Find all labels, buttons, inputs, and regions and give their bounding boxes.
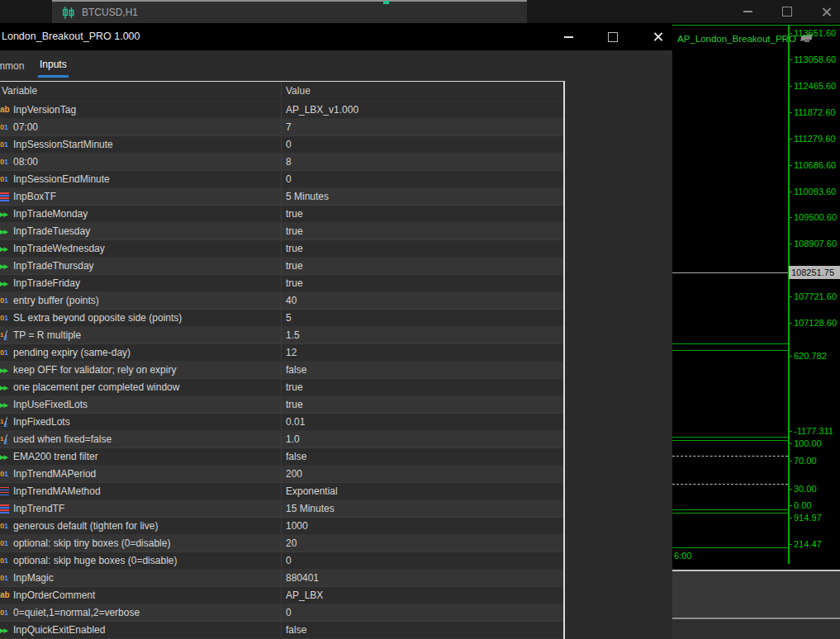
parameter-row[interactable]: keep OFF for validator; rely on expiry f… xyxy=(0,362,563,379)
parameter-type-icon xyxy=(0,105,12,115)
parameter-value[interactable]: 15 Minutes xyxy=(281,500,563,517)
axis-tick-icon xyxy=(788,86,792,87)
parameter-name: 08:00 xyxy=(13,156,38,168)
parameter-value[interactable]: 5 Minutes xyxy=(281,188,563,205)
parameter-value[interactable]: false xyxy=(281,448,563,465)
parameter-row[interactable]: 07:00 7 xyxy=(0,119,563,136)
scale-tick-label: 109500.60 xyxy=(788,212,837,222)
parameter-row[interactable]: 0=quiet,1=normal,2=verbose 0 xyxy=(0,604,563,622)
parameter-row[interactable]: InpTrendMAMethod Exponential xyxy=(0,483,563,500)
parameter-value[interactable]: Exponential xyxy=(281,483,563,499)
parameter-value[interactable]: true xyxy=(281,258,563,274)
parameter-row[interactable]: InpTradeTuesday true xyxy=(0,223,563,240)
parameter-value[interactable]: 1000 xyxy=(281,518,563,534)
parameter-row[interactable]: optional: skip huge boxes (0=disable) 0 xyxy=(0,552,563,570)
parameter-value[interactable]: AP_LBX_v1.000 xyxy=(281,102,563,118)
parameter-value[interactable]: 20 xyxy=(281,535,563,551)
dialog-minimize-icon[interactable] xyxy=(564,36,573,38)
dialog-close-icon[interactable] xyxy=(653,31,663,42)
parameter-name: SL extra beyond opposite side (points) xyxy=(13,312,182,324)
parameter-value[interactable]: 200 xyxy=(281,466,563,482)
parameter-value[interactable]: false xyxy=(281,622,563,638)
time-axis-label: 6:00 xyxy=(674,551,691,561)
parameter-value[interactable]: true xyxy=(281,206,563,222)
parameter-type-icon xyxy=(0,538,12,548)
panel-divider-top[interactable] xyxy=(672,570,840,571)
parameter-value[interactable]: 8 xyxy=(281,154,563,170)
parameter-row[interactable]: one placement per completed window true xyxy=(0,379,563,396)
parameter-row[interactable]: InpSessionStartMinute 0 xyxy=(0,136,563,154)
parameter-value[interactable]: 0 xyxy=(281,136,563,153)
parameter-name: InpBoxTF xyxy=(13,191,56,202)
parameter-row[interactable]: pending expiry (same-day) 12 xyxy=(0,344,563,362)
parameter-value[interactable]: 0 xyxy=(281,552,563,569)
chart-window-tab[interactable]: BTCUSD,H1 xyxy=(52,0,527,23)
parameter-row[interactable]: InpMagic 880401 xyxy=(0,570,563,587)
dialog-tab-bar: mmon Inputs xyxy=(0,50,672,81)
parameter-name: InpSessionStartMinute xyxy=(13,139,113,150)
parameter-value[interactable]: 7 xyxy=(281,119,563,135)
parameter-row[interactable]: InpFixedLots 0.01 xyxy=(0,414,563,431)
tab-inputs[interactable]: Inputs xyxy=(38,54,69,78)
parameter-value[interactable]: AP_LBX xyxy=(281,587,563,604)
parameter-type-icon xyxy=(0,590,12,600)
scale-tick-label: 0.00 xyxy=(788,500,811,510)
parameter-row[interactable]: InpSessionEndMinute 0 xyxy=(0,171,563,188)
parameter-row[interactable]: SL extra beyond opposite side (points) 5 xyxy=(0,310,563,327)
parameter-value[interactable]: 1.0 xyxy=(281,431,563,447)
ea-settings-dialog: London_Breakout_PRO 1.000 mmon Inputs Va… xyxy=(0,23,672,639)
parameter-value[interactable]: 0.01 xyxy=(281,414,563,430)
parameter-value[interactable]: 1.5 xyxy=(281,327,563,343)
parameter-row[interactable]: TP = R multiple 1.5 xyxy=(0,327,563,344)
parameter-value[interactable]: 5 xyxy=(281,310,563,326)
parameter-row[interactable]: InpTradeMonday true xyxy=(0,206,563,223)
parameter-row[interactable]: InpVersionTag AP_LBX_v1.000 xyxy=(0,102,563,119)
parameter-row[interactable]: InpQuickExitEnabled false xyxy=(0,622,563,639)
scale-tick-label: 110686.60 xyxy=(788,160,836,170)
parameter-row[interactable]: InpOrderComment AP_LBX xyxy=(0,587,563,604)
parameter-type-icon xyxy=(0,469,12,479)
parameter-row[interactable]: InpTradeWednesday true xyxy=(0,240,563,258)
parameter-value[interactable]: 880401 xyxy=(281,570,563,586)
parameter-row[interactable]: InpUseFixedLots true xyxy=(0,396,563,414)
parameter-value[interactable]: true xyxy=(281,223,563,239)
tab-common[interactable]: mmon xyxy=(0,55,28,77)
parameter-row[interactable]: used when fixed=false 1.0 xyxy=(0,431,563,448)
parameter-value[interactable]: true xyxy=(281,396,563,413)
parameter-name: optional: skip tiny boxes (0=disable) xyxy=(13,537,170,549)
minimize-window-icon[interactable] xyxy=(743,11,752,12)
parameter-row[interactable]: InpTradeThursday true xyxy=(0,258,563,275)
parameter-row[interactable]: 08:00 8 xyxy=(0,154,563,171)
parameter-row[interactable]: InpTrendTF 15 Minutes xyxy=(0,500,563,518)
parameter-value[interactable]: 0 xyxy=(281,604,563,621)
dialog-maximize-icon[interactable] xyxy=(608,32,618,42)
maximize-window-icon[interactable] xyxy=(782,7,792,17)
dialog-titlebar[interactable]: London_Breakout_PRO 1.000 xyxy=(0,23,672,50)
app-titlebar: BTCUSD,H1 xyxy=(0,0,840,23)
parameter-row[interactable]: InpBoxTF 5 Minutes xyxy=(0,188,563,206)
current-price-badge: 108251.75 xyxy=(789,266,840,279)
price-scale[interactable]: 113651.60 113058.60 112465.60 111872.60 … xyxy=(672,23,840,570)
parameter-value[interactable]: true xyxy=(281,379,563,395)
parameter-type-icon xyxy=(0,504,9,514)
parameter-value[interactable]: 40 xyxy=(281,292,563,309)
parameter-row[interactable]: EMA200 trend filter false xyxy=(0,448,563,466)
parameter-value[interactable]: 12 xyxy=(281,344,563,361)
parameter-row[interactable]: InpTrendMAPeriod 200 xyxy=(0,466,563,483)
parameter-row[interactable]: InpTradeFriday true xyxy=(0,275,563,292)
parameter-value[interactable]: 0 xyxy=(281,171,563,187)
close-window-icon[interactable] xyxy=(821,7,832,17)
parameter-type-icon xyxy=(0,556,12,566)
parameter-row[interactable]: generous default (tighten for live) 1000 xyxy=(0,518,563,535)
parameter-type-icon xyxy=(0,278,12,288)
scale-tick-label: 110093.60 xyxy=(788,187,836,196)
parameter-value[interactable]: true xyxy=(281,275,563,291)
parameter-row[interactable]: entry buffer (points) 40 xyxy=(0,292,563,310)
parameter-value[interactable]: true xyxy=(281,240,563,257)
parameter-row[interactable]: optional: skip tiny boxes (0=disable) 20 xyxy=(0,535,563,552)
parameter-value[interactable]: false xyxy=(281,362,563,378)
scale-tick-label: 107128.60 xyxy=(788,318,837,328)
parameter-name: InpTradeThursday xyxy=(13,260,94,272)
parameter-name: InpMagic xyxy=(13,572,54,584)
parameter-name: EMA200 trend filter xyxy=(13,451,98,462)
